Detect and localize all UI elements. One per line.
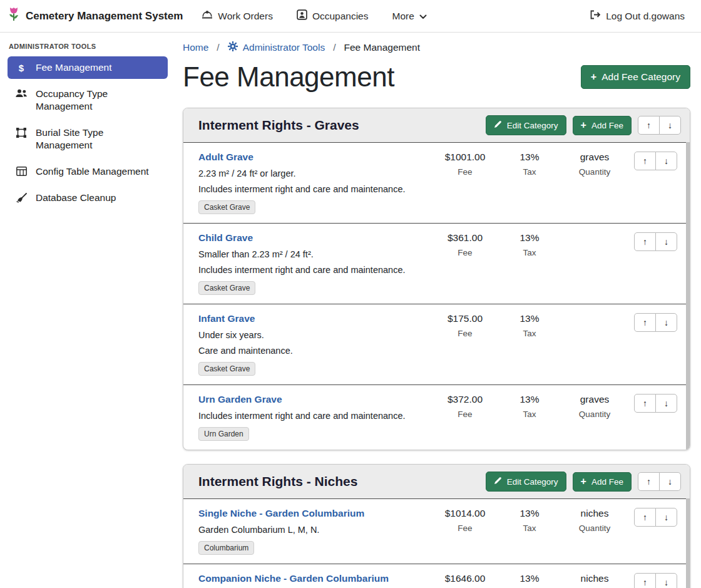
tulip-logo-icon <box>8 6 20 26</box>
breadcrumb: Home / <box>183 41 690 54</box>
add-fee-label: Add Fee <box>591 477 623 487</box>
add-fee-category-label: Add Fee Category <box>601 71 680 83</box>
fee-category-header: Interment Rights - Niches Edit Category … <box>183 465 690 498</box>
quantity-label: Quantity <box>561 524 628 533</box>
fee-info: Single Niche - Garden Columbarium Garden… <box>198 508 432 555</box>
add-fee-button[interactable]: + Add Fee <box>573 116 632 135</box>
sidebar-item-burial-site-type[interactable]: Burial Site Type Management <box>8 121 168 157</box>
arrow-down-icon: ↓ <box>664 237 668 247</box>
tax-value: 13% <box>498 152 561 163</box>
category-actions: Edit Category + Add Fee ↑ ↓ <box>486 115 681 135</box>
fee-category-title: Interment Rights - Niches <box>198 474 357 489</box>
tax-value: 13% <box>498 313 561 324</box>
breadcrumb-admin-tools-link[interactable]: Administrator Tools <box>228 41 325 54</box>
fee-row: Child Grave Smaller than 2.23 m² / 24 ft… <box>183 223 690 304</box>
sidebar-item-database-cleanup[interactable]: Database Cleanup <box>8 187 168 209</box>
edit-category-button[interactable]: Edit Category <box>486 115 566 135</box>
quantity-label: Quantity <box>561 167 628 177</box>
move-category-down-button[interactable]: ↓ <box>659 472 681 491</box>
sidebar-item-label: Fee Management <box>36 61 112 74</box>
fee-name-link[interactable]: Urn Garden Grave <box>198 394 282 405</box>
quantity-column: graves Quantity <box>561 394 628 419</box>
fee-amount-column: $372.00 Fee <box>432 394 498 419</box>
arrow-up-icon: ↑ <box>647 477 651 487</box>
add-fee-category-button[interactable]: + Add Fee Category <box>581 65 690 89</box>
tax-column: 13% Tax <box>498 394 561 419</box>
move-fee-down-button[interactable]: ↓ <box>655 573 677 588</box>
breadcrumb-home-link[interactable]: Home <box>183 42 208 53</box>
fee-reorder-group: ↑ ↓ <box>634 508 677 527</box>
tax-label: Tax <box>498 167 561 177</box>
move-category-up-button[interactable]: ↑ <box>638 116 660 135</box>
fee-categories: Interment Rights - Graves Edit Category … <box>183 108 690 588</box>
fee-name-link[interactable]: Infant Grave <box>198 313 255 324</box>
logout-link[interactable]: Log Out d.gowans <box>590 10 685 22</box>
arrow-down-icon: ↓ <box>664 577 668 587</box>
quantity-column: niches Quantity <box>561 573 628 588</box>
move-fee-down-button[interactable]: ↓ <box>655 394 677 413</box>
move-fee-up-button[interactable]: ↑ <box>634 394 656 413</box>
sidebar-item-fee-management[interactable]: $ Fee Management <box>8 56 168 79</box>
move-fee-up-button[interactable]: ↑ <box>634 232 656 251</box>
fee-row: Single Niche - Garden Columbarium Garden… <box>183 498 690 564</box>
nav-occupancies[interactable]: Occupancies <box>297 9 369 23</box>
nav-more-label: More <box>392 11 414 22</box>
breadcrumb-home-label: Home <box>183 42 208 53</box>
fee-description: Care and maintenance. <box>198 346 432 356</box>
fee-name-link[interactable]: Single Niche - Garden Columbarium <box>198 508 364 519</box>
tax-column: 13% Tax <box>498 232 561 257</box>
tax-value: 13% <box>498 508 561 519</box>
vector-square-icon <box>15 128 28 138</box>
fee-amount-column: $1014.00 Fee <box>432 508 498 533</box>
add-fee-button[interactable]: + Add Fee <box>573 472 632 492</box>
app-brand[interactable]: Cemetery Management System <box>8 6 183 26</box>
scrollbar[interactable] <box>686 142 690 450</box>
move-fee-down-button[interactable]: ↓ <box>655 152 677 170</box>
fee-amount-value: $1001.00 <box>432 152 498 163</box>
edit-category-button[interactable]: Edit Category <box>486 472 566 492</box>
move-category-up-button[interactable]: ↑ <box>638 472 660 491</box>
primary-nav: Work Orders Occupancies More <box>202 9 427 23</box>
fee-info: Adult Grave 2.23 m² / 24 ft² or larger.I… <box>198 152 432 214</box>
fee-info: Companion Niche - Garden Columbarium Gar… <box>198 573 432 588</box>
move-category-down-button[interactable]: ↓ <box>659 116 681 135</box>
quantity-column <box>561 232 628 237</box>
tax-column: 13% Tax <box>498 508 561 533</box>
move-fee-up-button[interactable]: ↑ <box>634 152 656 170</box>
edit-category-label: Edit Category <box>507 477 558 487</box>
fee-reorder-actions: ↑ ↓ <box>628 573 681 588</box>
nav-work-orders-label: Work Orders <box>218 11 273 22</box>
tax-column: 13% Tax <box>498 573 561 588</box>
fee-name-link[interactable]: Child Grave <box>198 232 253 244</box>
fee-description: 2.23 m² / 24 ft² or larger. <box>198 168 432 178</box>
arrow-up-icon: ↑ <box>647 120 651 130</box>
arrow-down-icon: ↓ <box>664 156 668 166</box>
fee-amount-value: $372.00 <box>432 394 498 405</box>
move-fee-down-button[interactable]: ↓ <box>655 313 677 332</box>
tax-label: Tax <box>498 524 561 533</box>
arrow-up-icon: ↑ <box>643 577 647 587</box>
move-fee-up-button[interactable]: ↑ <box>634 313 656 332</box>
tax-label: Tax <box>498 329 561 338</box>
move-fee-up-button[interactable]: ↑ <box>634 508 656 527</box>
nav-more[interactable]: More <box>392 11 427 22</box>
move-fee-down-button[interactable]: ↓ <box>655 508 677 527</box>
nav-work-orders[interactable]: Work Orders <box>202 10 273 22</box>
scrollbar[interactable] <box>686 498 690 588</box>
fee-info: Urn Garden Grave Includes interment righ… <box>198 394 432 441</box>
sidebar-item-occupancy-type[interactable]: Occupancy Type Management <box>8 83 168 118</box>
fee-name-link[interactable]: Companion Niche - Garden Columbarium <box>198 573 389 584</box>
sidebar-item-label: Occupancy Type Management <box>36 88 160 113</box>
tax-label: Tax <box>498 410 561 419</box>
breadcrumb-separator: / <box>217 42 219 53</box>
fee-name-link[interactable]: Adult Grave <box>198 152 253 163</box>
table-icon <box>15 167 28 176</box>
page-header: Fee Management + Add Fee Category <box>183 61 690 93</box>
arrow-up-icon: ↑ <box>643 156 647 166</box>
sidebar-item-config-table[interactable]: Config Table Management <box>8 160 168 183</box>
fee-amount-label: Fee <box>432 410 498 419</box>
move-fee-up-button[interactable]: ↑ <box>634 573 656 588</box>
fee-category-card: Interment Rights - Niches Edit Category … <box>183 464 690 588</box>
fee-category-header: Interment Rights - Graves Edit Category … <box>183 108 690 142</box>
move-fee-down-button[interactable]: ↓ <box>655 232 677 251</box>
